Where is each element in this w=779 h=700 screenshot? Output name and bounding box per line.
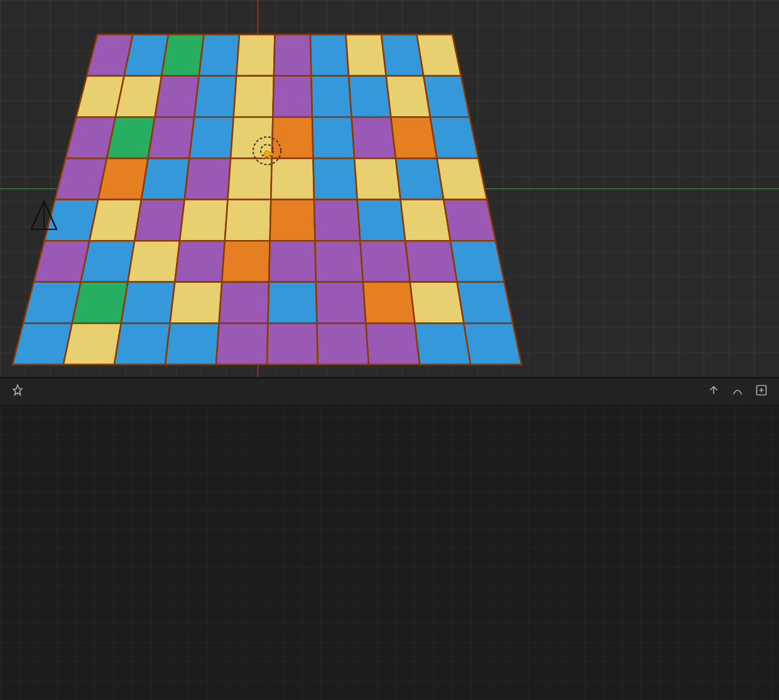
- node-toolbar: [0, 378, 779, 406]
- svg-marker-33: [185, 158, 231, 200]
- svg-marker-17: [349, 76, 391, 118]
- svg-marker-22: [148, 117, 194, 158]
- svg-marker-57: [360, 241, 410, 282]
- svg-marker-29: [430, 117, 478, 158]
- svg-marker-72: [114, 323, 170, 364]
- svg-marker-7: [346, 35, 386, 76]
- svg-marker-77: [366, 323, 420, 364]
- svg-line-81: [31, 201, 44, 229]
- svg-marker-38: [396, 158, 444, 200]
- svg-marker-62: [121, 282, 175, 324]
- svg-marker-32: [141, 158, 189, 200]
- svg-marker-2: [161, 35, 204, 76]
- svg-marker-1: [124, 35, 168, 76]
- svg-marker-41: [89, 200, 141, 241]
- svg-marker-68: [410, 282, 464, 324]
- svg-marker-11: [116, 76, 161, 118]
- svg-marker-28: [391, 117, 437, 158]
- svg-marker-47: [357, 200, 405, 241]
- svg-marker-50: [34, 241, 90, 282]
- svg-marker-21: [107, 117, 155, 158]
- svg-line-82: [44, 201, 57, 229]
- svg-marker-60: [23, 282, 81, 324]
- svg-marker-6: [310, 35, 349, 76]
- svg-marker-12: [155, 76, 199, 118]
- svg-marker-76: [317, 323, 369, 364]
- svg-marker-78: [415, 323, 471, 364]
- svg-marker-27: [352, 117, 396, 158]
- svg-marker-3: [199, 35, 239, 76]
- svg-marker-58: [405, 241, 457, 282]
- svg-marker-44: [225, 200, 271, 241]
- svg-marker-48: [401, 200, 450, 241]
- tile-grid-svg: .tile-path { stroke: #8B3A00; stroke-wid…: [0, 0, 779, 377]
- svg-marker-31: [98, 158, 148, 200]
- svg-marker-74: [216, 323, 268, 364]
- svg-marker-56: [315, 241, 363, 282]
- svg-marker-75: [267, 323, 318, 364]
- camera-icon: [22, 195, 66, 241]
- svg-marker-79: [464, 323, 521, 364]
- svg-marker-16: [312, 76, 352, 118]
- svg-marker-51: [81, 241, 135, 282]
- svg-marker-45: [270, 200, 315, 241]
- upload-button[interactable]: [704, 381, 724, 402]
- svg-marker-67: [363, 282, 415, 324]
- svg-marker-43: [180, 200, 227, 241]
- svg-marker-18: [386, 76, 430, 118]
- toolbar-right: [704, 381, 771, 402]
- svg-marker-26: [312, 117, 354, 158]
- svg-marker-52: [128, 241, 180, 282]
- svg-marker-61: [72, 282, 128, 324]
- svg-marker-49: [444, 200, 496, 241]
- transform-gizmo: [245, 132, 289, 178]
- svg-marker-70: [13, 323, 72, 364]
- svg-marker-37: [354, 158, 400, 200]
- svg-marker-63: [170, 282, 222, 324]
- svg-marker-55: [269, 241, 316, 282]
- svg-marker-53: [175, 241, 225, 282]
- svg-point-87: [264, 151, 270, 157]
- svg-marker-73: [165, 323, 219, 364]
- svg-marker-39: [437, 158, 487, 200]
- svg-marker-13: [194, 76, 236, 118]
- svg-marker-5: [274, 35, 312, 76]
- svg-marker-65: [268, 282, 317, 324]
- svg-marker-59: [450, 241, 504, 282]
- svg-marker-69: [457, 282, 513, 324]
- add-button[interactable]: [751, 381, 771, 402]
- svg-marker-71: [63, 323, 121, 364]
- svg-marker-42: [134, 200, 185, 241]
- pin-button[interactable]: [8, 381, 28, 402]
- svg-marker-36: [313, 158, 357, 200]
- svg-marker-9: [417, 35, 461, 76]
- node-editor: Grid Geometry Size X 14.2 m Size Y 14.2 …: [0, 377, 779, 700]
- svg-marker-4: [236, 35, 275, 76]
- svg-marker-14: [234, 76, 274, 118]
- svg-marker-19: [423, 76, 469, 118]
- svg-marker-15: [273, 76, 312, 118]
- node-editor-grid: [0, 378, 779, 700]
- viewport[interactable]: .tile-path { stroke: #8B3A00; stroke-wid…: [0, 0, 779, 377]
- svg-marker-46: [314, 200, 360, 241]
- svg-marker-64: [219, 282, 270, 324]
- svg-marker-54: [222, 241, 270, 282]
- curve-button[interactable]: [727, 381, 748, 402]
- svg-marker-23: [189, 117, 233, 158]
- svg-marker-66: [316, 282, 366, 324]
